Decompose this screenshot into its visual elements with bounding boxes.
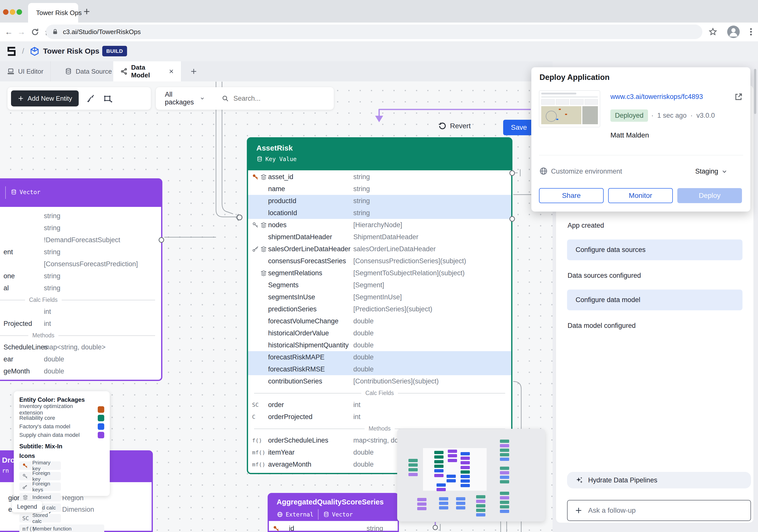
entity-asset-risk[interactable]: AssetRisk Key Value asset_id string n xyxy=(247,137,512,474)
field-row[interactable]: int xyxy=(0,306,161,317)
deployed-app-link[interactable]: www.c3.ai/towerriskops/fc4893 xyxy=(610,93,703,101)
method-row[interactable]: ScheduleLinesmap<string, double> xyxy=(0,341,161,353)
field-row[interactable]: forecastRiskRMSE double xyxy=(248,363,511,375)
lock-icon xyxy=(52,29,58,35)
field-row[interactable]: Projectedint xyxy=(0,317,161,330)
minimap-entity-bar xyxy=(447,479,456,482)
field-row[interactable]: Segments [Segment] xyxy=(248,279,511,291)
minimap-entity-bar xyxy=(456,497,465,500)
entity-aggregated-quality-score-series[interactable]: AggregatedQualityScoreSeries External Ve… xyxy=(268,493,399,532)
connector-port[interactable] xyxy=(509,216,515,222)
search-input[interactable] xyxy=(233,94,329,103)
method-row[interactable]: eardouble xyxy=(0,353,161,365)
entity-header[interactable]: Vector xyxy=(0,178,162,207)
follow-up-input-box[interactable] xyxy=(567,500,751,521)
field-row[interactable]: !DemandForecastSubject xyxy=(0,234,161,246)
forward-button[interactable]: → xyxy=(16,26,27,38)
auto-connect-icon[interactable] xyxy=(86,93,96,103)
field-row[interactable]: shipmentDataHeader ShipmentDataHeader xyxy=(248,231,511,243)
minimap-entity-bar xyxy=(448,454,457,457)
add-tab-button[interactable] xyxy=(190,68,197,75)
field-row[interactable]: segmentsInUse [SegmentInUse] xyxy=(248,291,511,303)
new-tab-button[interactable] xyxy=(83,8,91,16)
popup-deploy-button[interactable]: Deploy xyxy=(677,188,742,203)
filter-search-bar: All packages xyxy=(156,87,334,110)
tab-data-model[interactable]: Data Model xyxy=(113,61,181,82)
field-row[interactable]: salesOrderLineDataHeader salesOrderLineD… xyxy=(248,243,511,255)
minimap-entity-bar xyxy=(434,469,443,472)
field-row[interactable]: asset_id string xyxy=(248,171,511,183)
auto-layout-icon[interactable] xyxy=(103,93,113,103)
field-row[interactable]: segmentRelations [SegmentToSubjectRelati… xyxy=(248,267,511,279)
customize-environment-label: Customize environment xyxy=(551,168,622,175)
external-link-icon[interactable] xyxy=(734,92,743,101)
field-row[interactable]: [ConsensusForecastPrediction] xyxy=(0,258,161,270)
field-row[interactable]: name string xyxy=(248,183,511,195)
legend-toggle-button[interactable]: Legend xyxy=(12,501,42,513)
packages-filter-dropdown[interactable]: All packages xyxy=(156,87,214,110)
field-row[interactable]: historicalShipmentQuantity double xyxy=(248,339,511,351)
field-row[interactable]: nodes [HierarchyNode] xyxy=(248,219,511,231)
save-button[interactable]: Save xyxy=(503,120,535,135)
color-swatch xyxy=(98,423,104,430)
field-row[interactable]: consensusForecastSeries [ConsensusPredic… xyxy=(248,255,511,267)
browser-menu-icon[interactable] xyxy=(746,27,756,37)
minimap-entity-bar xyxy=(500,505,509,509)
entity-search[interactable] xyxy=(214,94,337,103)
back-button[interactable]: ← xyxy=(3,26,15,38)
browser-tab[interactable]: Tower Risk Ops xyxy=(28,3,78,22)
add-new-entity-button[interactable]: Add New Entity xyxy=(11,90,79,107)
database-icon xyxy=(256,156,263,162)
c3-logo[interactable] xyxy=(6,46,17,57)
field-row[interactable]: locationId string xyxy=(248,207,511,219)
hydrate-pipelines-action[interactable]: Hydrate Data Pipelines xyxy=(567,472,751,488)
url-bar[interactable]: c3.ai/Studio/TowerRiskOps xyxy=(46,24,703,39)
field-row[interactable]: forecastRiskMAPE double xyxy=(248,351,511,363)
revert-button[interactable]: Revert xyxy=(438,122,470,130)
zoom-window-button[interactable] xyxy=(17,9,22,15)
minimap-entity-bar xyxy=(461,470,470,474)
environment-dropdown[interactable]: Staging xyxy=(695,168,728,175)
close-window-button[interactable] xyxy=(3,9,9,15)
tab-data-source[interactable]: Data Source xyxy=(58,61,119,82)
field-row[interactable]: entstring xyxy=(0,246,161,258)
entity-vector-partial[interactable]: Vector stringstring!DemandForecastSubjec… xyxy=(0,178,162,381)
field-row[interactable]: string xyxy=(0,222,161,234)
avatar[interactable] xyxy=(727,25,740,38)
field-row[interactable]: SC order int xyxy=(248,399,511,411)
method-row[interactable]: geMonthdouble xyxy=(0,365,161,377)
divider xyxy=(5,186,6,199)
field-row[interactable]: predictionSeries [PredictionSeries](subj… xyxy=(248,303,511,315)
minimap-entity-bar xyxy=(461,484,470,487)
minimap-entity-bar xyxy=(439,506,448,510)
popup-monitor-button[interactable]: Monitor xyxy=(608,188,673,203)
project-cube-icon xyxy=(30,46,40,56)
minimap-entity-bar xyxy=(434,465,443,468)
scrollbar-thumb[interactable] xyxy=(754,69,756,114)
entity-header[interactable]: AssetRisk Key Value xyxy=(247,137,512,170)
field-row[interactable]: C orderProjected int xyxy=(248,411,511,423)
close-tab-icon[interactable] xyxy=(169,69,174,74)
tab-ui-editor[interactable]: UI Editor xyxy=(0,61,51,82)
reload-button[interactable] xyxy=(31,27,40,37)
follow-up-input[interactable] xyxy=(588,506,743,515)
legend-chip-icon: SC xyxy=(22,515,30,521)
field-row[interactable]: alstring xyxy=(0,282,161,294)
connector-port[interactable] xyxy=(509,170,515,176)
minimize-window-button[interactable] xyxy=(10,9,15,15)
field-row[interactable]: contributionSeries [ContributionSeries](… xyxy=(248,375,511,387)
minimap-entity-bar xyxy=(500,501,509,504)
field-row[interactable]: forecastVolumeChange double xyxy=(248,315,511,327)
field-row[interactable]: historicalOrderValue double xyxy=(248,327,511,339)
field-row[interactable]: onestring xyxy=(0,270,161,282)
chevron-down-icon xyxy=(200,95,205,102)
color-swatch xyxy=(98,406,104,413)
entity-header[interactable]: AggregatedQualityScoreSeries External Ve… xyxy=(268,493,399,521)
field-row[interactable]: id string xyxy=(269,522,398,532)
minimap[interactable] xyxy=(397,429,545,521)
popup-share-button[interactable]: Share xyxy=(539,188,603,203)
divider xyxy=(318,509,319,520)
bookmark-star-icon[interactable] xyxy=(708,27,718,37)
field-row[interactable]: string xyxy=(0,210,161,222)
field-row[interactable]: productId string xyxy=(248,195,511,207)
